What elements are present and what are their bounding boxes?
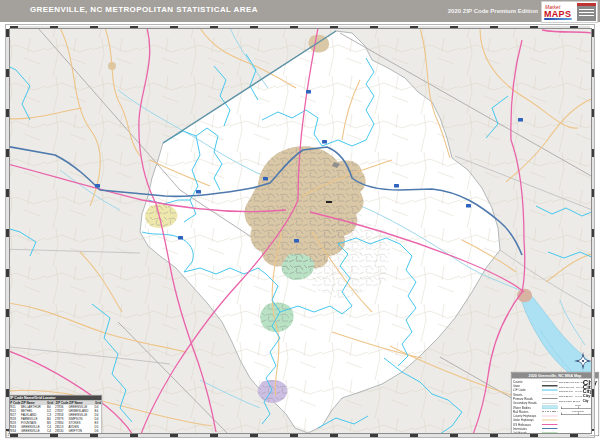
legend-swatch [542, 398, 557, 399]
zip-table-row: 27835GREENVILLEC4 [7, 433, 55, 437]
title-bar: GREENVILLE, NC METROPOLITAN STATISTICAL … [0, 0, 600, 22]
legend-swatch [542, 415, 557, 416]
legend-swatch [542, 411, 557, 412]
map-legend: 2020 Greenville, NC MSA Map County State… [511, 372, 599, 436]
page-title: GREENVILLE, NC METROPOLITAN STATISTICAL … [30, 5, 258, 14]
legend-swatch [542, 394, 557, 395]
legend-swatch [542, 432, 557, 433]
legend-city-size: Cities Under 25,000 City [559, 398, 597, 403]
city-sample: City [583, 394, 591, 398]
city-sample: City [583, 399, 589, 402]
legend-swatch [542, 385, 557, 387]
legend-swatch [542, 403, 557, 404]
kilometers-scale-bar: Kilometers [561, 412, 595, 415]
brand-logo: Market MAPS [541, 1, 598, 23]
zip-table-row: 28590WINTERVILLEC5 [54, 433, 102, 437]
logo-address-block [577, 3, 596, 21]
legend-item: Water Bodies [513, 405, 557, 409]
legend-swatch [542, 428, 557, 429]
legend-swatch [542, 406, 557, 410]
legend-swatch [542, 381, 557, 382]
legend-swatch [542, 390, 557, 391]
legend-swatch [542, 424, 557, 425]
edition-label: 2020 ZIP Code Premium Edition [448, 8, 538, 14]
logo-mark: Market MAPS [542, 2, 576, 22]
legend-item: Toll Roads [513, 431, 557, 435]
zip-code-table: ZIP Code Name/Grid Locator ZIP Code ZIP … [6, 395, 102, 438]
map-canvas [0, 0, 600, 439]
scale-bars: Miles Kilometers [559, 406, 597, 415]
map-product-page: ZIP Code Name/Grid Locator ZIP Code ZIP … [0, 0, 600, 439]
legend-swatch [542, 420, 557, 421]
compass-rose-icon [574, 352, 592, 370]
logo-swoosh [544, 18, 572, 20]
